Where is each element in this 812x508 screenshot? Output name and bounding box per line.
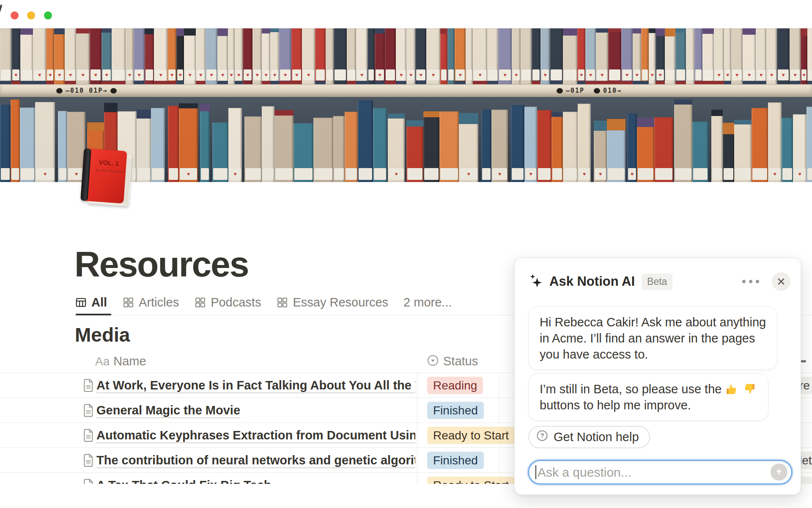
select-icon [426,354,439,369]
ai-panel-header: Ask Notion AI Beta [528,272,790,291]
status-badge[interactable]: Finished [427,402,484,419]
notion-window: ♥♥♥♥♥♥♥♥♥♥♥♥♥♥♥♥♥♥♥♥♥♥♥♥♥♥♥♥♥♥♥♥♥♥♥♥♥♥♥♥… [0,0,812,508]
column-header-status[interactable]: Status [426,350,478,373]
arrow-up-icon [774,467,784,477]
shelf-label-left: –010 01P→ [56,87,117,94]
send-button[interactable] [771,464,787,480]
text-property-icon: Aa [95,355,110,368]
close-icon [777,277,785,286]
gallery-view-icon [276,296,288,309]
page-link[interactable]: General Magic the Movie [96,398,415,423]
tab-articles[interactable]: Articles [122,295,179,309]
page-link[interactable]: A Tax That Could Fix Big Tech [96,473,415,484]
tab-all[interactable]: All [75,295,107,309]
page-document-icon [83,379,94,394]
shelf-label-right1: –01P [557,87,584,94]
active-tab-underline [76,314,111,315]
ask-question-input[interactable] [528,460,792,484]
database-title[interactable]: Media [75,323,130,346]
help-question-icon: ? [536,429,549,445]
close-window-button[interactable] [11,11,19,19]
status-badge[interactable]: Ready to Start [427,477,515,484]
table-view-icon [75,296,87,309]
column-header-name[interactable]: Aa Name [95,350,146,373]
svg-text:?: ? [540,432,544,439]
status-badge[interactable]: Finished [427,452,484,469]
page-link[interactable]: At Work, Everyone Is in Fact Talking Abo… [96,373,415,398]
page-document-icon [83,454,94,469]
sparkle-icon [528,273,543,290]
beta-badge: Beta [642,273,672,290]
tab-essay-resources[interactable]: Essay Resources [276,295,388,309]
minimize-window-button[interactable] [27,11,35,19]
zoom-window-button[interactable] [44,11,52,19]
status-badge[interactable]: Ready to Start [427,427,515,444]
page-document-icon [83,404,94,419]
close-panel-button[interactable] [772,272,790,291]
ai-panel-title: Ask Notion AI [549,274,635,289]
text-caret [535,465,536,479]
thumbs-down-emoji [743,382,756,396]
tab-podcasts[interactable]: Podcasts [194,295,261,309]
bookshelf-top-row: ♥♥♥♥♥♥♥♥♥♥♥♥♥♥♥♥♥♥♥♥♥♥♥♥♥♥♥♥♥♥♥♥♥♥♥♥♥♥♥♥… [0,28,812,84]
screen-corner-artifact [0,5,2,12]
svg-text:VOL. 1: VOL. 1 [99,159,119,167]
more-options-button[interactable] [742,280,759,283]
page-document-icon [83,479,94,484]
thumbs-up-emoji [725,382,738,396]
ai-message-greeting: Hi Rebecca Cakir! Ask me about anything … [528,306,777,370]
tab-2-more[interactable]: 2 more... [403,295,452,309]
database-view-tabs: All Articles Podcasts Essay Resources 2 … [75,292,452,312]
page-title[interactable]: Resources [74,244,249,285]
bookshelf-shelf [0,84,812,97]
obscured-column-header-fragment [801,360,806,362]
page-link[interactable]: Automatic Keyphrases Extraction from Doc… [96,423,415,448]
gallery-view-icon [194,296,206,309]
ask-notion-ai-panel: Ask Notion AI Beta Hi Rebecca Cakir! Ask… [514,258,801,495]
page-link[interactable]: The contribution of neural networks and … [96,448,415,473]
ai-message-beta: I’m still in Beta, so please use the but… [528,373,768,421]
status-badge[interactable]: Reading [427,377,483,394]
gallery-view-icon [122,296,134,309]
shelf-label-right2: 010→ [594,87,622,94]
page-icon-red-book-emoji[interactable]: VOL. 1 by John Appleseed [78,148,137,209]
page-document-icon [83,429,94,444]
get-notion-help-button[interactable]: ? Get Notion help [528,426,650,448]
